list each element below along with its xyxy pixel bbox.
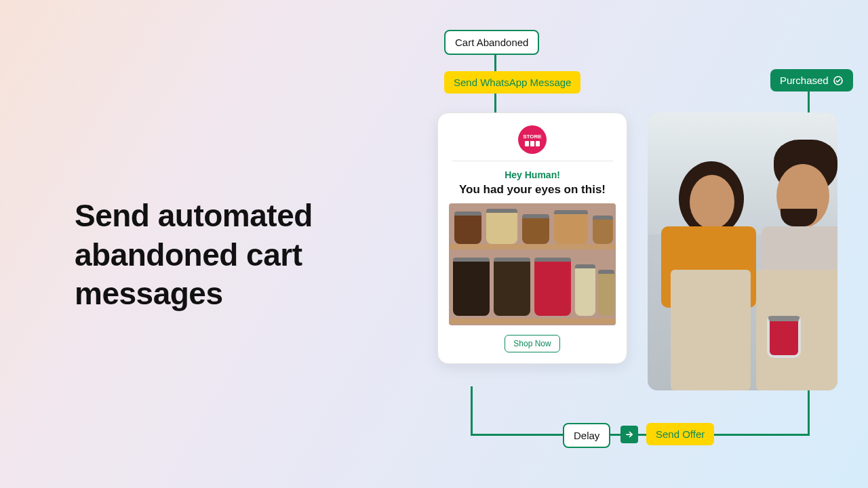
held-jar <box>767 316 801 358</box>
node-purchased-label: Purchased <box>780 75 829 86</box>
node-purchased[interactable]: Purchased <box>770 69 853 92</box>
shop-now-button[interactable]: Shop Now <box>505 335 559 352</box>
connector-photo-down <box>808 390 810 436</box>
message-subject: You had your eyes on this! <box>449 183 616 197</box>
hero-headline: Send automated abandoned cart messages <box>75 197 387 314</box>
node-send-offer[interactable]: Send Offer <box>646 423 714 445</box>
whatsapp-message-card: STORE Hey Human! You had your eyes on th… <box>437 113 627 364</box>
divider <box>452 161 613 161</box>
node-send-whatsapp[interactable]: Send WhatsApp Message <box>444 71 580 94</box>
node-trigger-label: Cart Abandoned <box>455 37 528 48</box>
connector-bottom-rail <box>471 434 810 436</box>
node-send-whatsapp-label: Send WhatsApp Message <box>454 77 571 88</box>
node-send-offer-label: Send Offer <box>656 428 705 440</box>
store-logo-icon: STORE <box>518 125 547 154</box>
message-greeting: Hey Human! <box>449 169 616 180</box>
check-circle-icon <box>833 75 844 86</box>
product-image <box>449 203 616 325</box>
node-delay-label: Delay <box>574 430 599 441</box>
node-trigger[interactable]: Cart Abandoned <box>444 30 539 55</box>
connector-card-down-left <box>471 386 473 434</box>
connector-purchased-down <box>808 89 810 113</box>
arrow-right-icon <box>620 426 638 443</box>
store-logo-text: STORE <box>523 134 541 140</box>
outcome-photo <box>648 113 837 390</box>
node-delay[interactable]: Delay <box>563 423 610 448</box>
